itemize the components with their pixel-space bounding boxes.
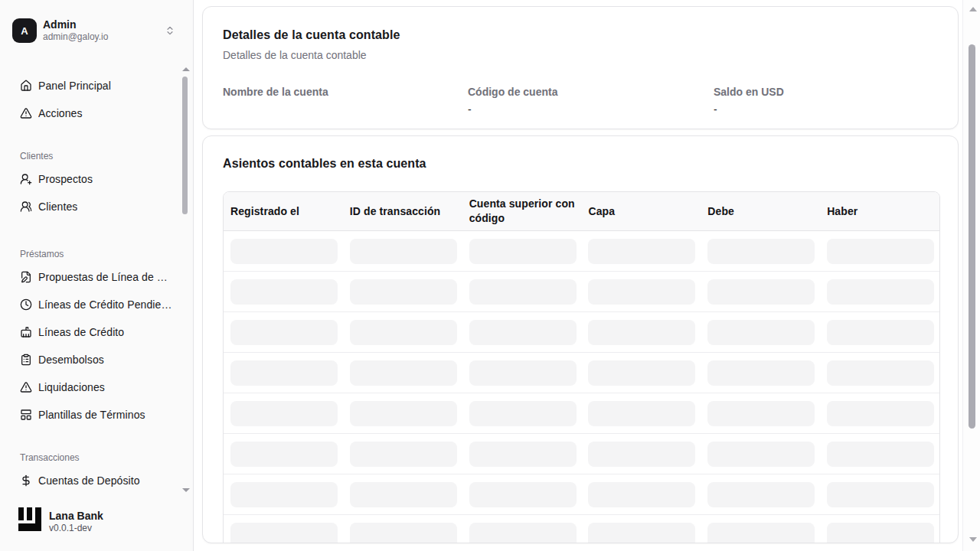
sidebar-item-acciones[interactable]: Acciones [0,99,181,127]
chevrons-up-down-icon [165,25,175,36]
detail-field: Saldo en USD- [714,84,938,117]
user-menu-trigger[interactable]: A Admin admin@galoy.io [12,12,181,49]
ledger-entries-card: Asientos contables en esta cuenta Regist… [202,135,959,543]
entries-table: Registrado elID de transacciónCuenta sup… [223,191,940,543]
sidebar-item-clientes[interactable]: Clientes [0,193,181,220]
column-header: Haber [820,192,939,230]
bank-icon [20,326,32,338]
sidebar-scrollbar-thumb[interactable] [182,77,188,214]
column-header: Debe [701,192,820,230]
table-cell [701,239,820,264]
loading-skeleton [230,239,338,264]
table-cell [224,401,343,426]
field-value: - [714,102,938,117]
sidebar-item-líneas-de-crédito-pendient[interactable]: Líneas de Crédito Pendient... [0,291,181,318]
loading-skeleton [350,442,457,467]
table-row [224,272,939,312]
table-cell [343,401,462,426]
table-cell [343,320,462,345]
sidebar-item-cuentas-de-depósito[interactable]: Cuentas de Depósito [0,467,181,494]
loading-skeleton [230,320,338,345]
sidebar-item-label: Líneas de Crédito Pendient... [38,298,174,311]
sidebar-item-panel-principal[interactable]: Panel Principal [0,72,181,99]
loading-skeleton [469,482,577,507]
account-detail-fields: Nombre de la cuentaCódigo de cuenta-Sald… [223,84,938,117]
table-cell [581,482,701,507]
table-cell [820,482,939,507]
loading-skeleton [588,320,695,345]
sidebar-item-label: Propuestas de Línea de Cr... [38,271,174,283]
loading-skeleton [707,523,815,543]
column-header-label: Cuenta superior con código [469,197,576,226]
loading-skeleton [588,360,695,386]
sidebar-item-plantillas-de-términos[interactable]: Plantillas de Términos [0,401,181,429]
table-cell [462,442,582,467]
column-header-label: Debe [707,204,734,219]
table-cell [224,239,343,264]
table-cell [820,360,939,386]
table-body [224,231,939,543]
triangle-alert-icon [20,381,32,393]
table-cell [701,523,820,543]
sidebar-item-label: Clientes [38,201,77,213]
loading-skeleton [707,360,815,386]
loading-skeleton [827,523,934,543]
table-cell [343,360,462,386]
loading-skeleton [827,320,934,345]
table-cell [581,523,701,543]
table-row [224,434,939,474]
detail-field: Código de cuenta- [468,84,714,117]
column-header: Cuenta superior con código [462,192,582,230]
sidebar-scroll-up-arrow-icon[interactable] [182,67,190,71]
loading-skeleton [469,401,577,426]
sidebar-item-liquidaciones[interactable]: Liquidaciones [0,373,181,401]
sidebar-scroll-down-arrow-icon[interactable] [182,488,190,492]
scroll-down-arrow-icon[interactable] [969,537,977,542]
sidebar-item-propuestas-de-línea-de-cr[interactable]: Propuestas de Línea de Cr... [0,263,181,291]
card-subtitle: Detalles de la cuenta contable [223,47,938,63]
loading-skeleton [588,239,695,264]
loading-skeleton [707,401,815,426]
users-icon [20,201,32,213]
loading-skeleton [350,279,457,305]
table-cell [581,279,701,305]
loading-skeleton [230,442,338,467]
main-scrollbar-thumb[interactable] [969,44,975,429]
table-cell [343,482,462,507]
table-cell [701,482,820,507]
loading-skeleton [469,523,577,543]
loading-skeleton [588,482,695,507]
table-cell [820,320,939,345]
dollar-sign-icon [20,474,32,487]
table-cell [820,523,939,543]
detail-field: Nombre de la cuenta [223,84,468,117]
table-cell [820,239,939,264]
sidebar-nav: Panel PrincipalAccionesClientesProspecto… [0,72,181,494]
user-plus-icon [20,173,32,185]
column-header-label: ID de transacción [350,204,440,219]
sidebar-item-label: Desembolsos [38,354,104,366]
table-cell [701,279,820,305]
file-pen-icon [20,271,32,283]
table-cell [581,401,701,426]
sidebar-item-prospectos[interactable]: Prospectos [0,165,181,193]
nav-section-préstamos: PréstamosPropuestas de Línea de Cr...Lín… [0,248,181,429]
sidebar-item-líneas-de-crédito[interactable]: Líneas de Crédito [0,318,181,346]
loading-skeleton [827,360,934,386]
nav-section-clientes: ClientesProspectosClientes [0,150,181,220]
table-cell [581,442,701,467]
table-row [224,353,939,393]
loading-skeleton [469,320,577,345]
loading-skeleton [230,482,338,507]
table-cell [701,442,820,467]
sidebar-item-label: Plantillas de Términos [38,409,145,421]
table-row [224,231,939,272]
sidebar-item-label: Prospectos [38,173,93,185]
scroll-up-arrow-icon[interactable] [969,7,977,11]
sidebar-item-label: Líneas de Crédito [38,326,124,338]
loading-skeleton [230,360,338,386]
table-cell [701,401,820,426]
sidebar-item-desembolsos[interactable]: Desembolsos [0,346,181,373]
loading-skeleton [469,279,577,305]
table-cell [462,360,582,386]
